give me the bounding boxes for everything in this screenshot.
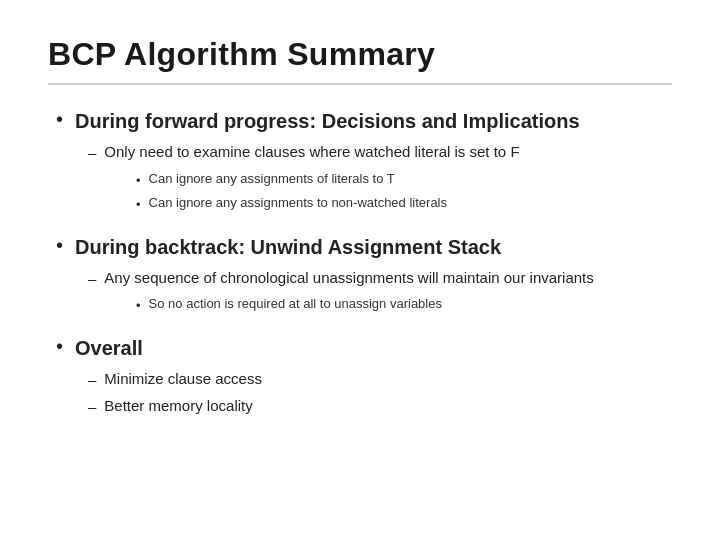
dash-text-2-0: Any sequence of chronological unassignme… xyxy=(104,267,593,290)
title-divider xyxy=(48,83,672,85)
small-bullet-text-1-0-0: Can ignore any assignments of literals t… xyxy=(149,169,395,189)
dash-text-3-0: Minimize clause access xyxy=(104,368,262,391)
bullet-main-text-3: Overall xyxy=(75,334,143,362)
dash-item-3-1: – Better memory locality xyxy=(88,395,672,419)
dash-text-3-1: Better memory locality xyxy=(104,395,252,418)
dash-item-1-0: – Only need to examine clauses where wat… xyxy=(88,141,672,165)
sub-indent-3: – Minimize clause access – Better memory… xyxy=(88,368,672,419)
section-2: • During backtrack: Unwind Assignment St… xyxy=(56,233,672,316)
small-bullet-text-1-0-1: Can ignore any assignments to non-watche… xyxy=(149,193,447,213)
bullet-dot-1: • xyxy=(56,105,63,133)
bullet-main-1: • During forward progress: Decisions and… xyxy=(56,107,672,135)
small-bullet-item-1-0-0: • Can ignore any assignments of literals… xyxy=(136,169,672,191)
small-bullet-text-2-0-0: So no action is required at all to unass… xyxy=(149,294,442,314)
bullet-main-2: • During backtrack: Unwind Assignment St… xyxy=(56,233,672,261)
dash-item-2-0: – Any sequence of chronological unassign… xyxy=(88,267,672,291)
bullet-main-text-2: During backtrack: Unwind Assignment Stac… xyxy=(75,233,501,261)
bullet-dot-2: • xyxy=(56,231,63,259)
slide-title: BCP Algorithm Summary xyxy=(48,36,672,73)
sub-sub-indent-1-0: • Can ignore any assignments of literals… xyxy=(136,169,672,215)
dash-1-0: – xyxy=(88,142,96,165)
small-bullet-dot-2-0-0: • xyxy=(136,296,141,316)
dash-3-1: – xyxy=(88,396,96,419)
bullet-main-text-1: During forward progress: Decisions and I… xyxy=(75,107,580,135)
slide: BCP Algorithm Summary • During forward p… xyxy=(0,0,720,540)
small-bullet-item-2-0-0: • So no action is required at all to una… xyxy=(136,294,672,316)
small-bullet-dot-1-0-0: • xyxy=(136,171,141,191)
content-area: • During forward progress: Decisions and… xyxy=(48,107,672,419)
sub-indent-1: – Only need to examine clauses where wat… xyxy=(88,141,672,215)
section-1: • During forward progress: Decisions and… xyxy=(56,107,672,215)
dash-text-1-0: Only need to examine clauses where watch… xyxy=(104,141,519,164)
bullet-dot-3: • xyxy=(56,332,63,360)
dash-item-3-0: – Minimize clause access xyxy=(88,368,672,392)
dash-3-0: – xyxy=(88,369,96,392)
small-bullet-item-1-0-1: • Can ignore any assignments to non-watc… xyxy=(136,193,672,215)
section-3: • Overall – Minimize clause access – Bet… xyxy=(56,334,672,419)
dash-2-0: – xyxy=(88,268,96,291)
sub-sub-indent-2-0: • So no action is required at all to una… xyxy=(136,294,672,316)
small-bullet-dot-1-0-1: • xyxy=(136,195,141,215)
bullet-main-3: • Overall xyxy=(56,334,672,362)
sub-indent-2: – Any sequence of chronological unassign… xyxy=(88,267,672,316)
